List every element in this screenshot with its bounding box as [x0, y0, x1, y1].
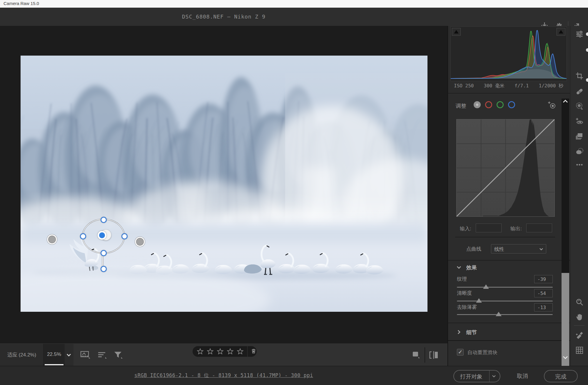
mask-pin-right[interactable]: [135, 237, 145, 247]
channel-blue-button[interactable]: [508, 101, 515, 108]
divider: [455, 237, 555, 237]
texture-label: 纹理: [457, 276, 467, 282]
curve-io-row: 输入: 输出:: [448, 224, 571, 234]
radial-handle-top[interactable]: [101, 217, 107, 223]
scroll-down-icon[interactable]: [562, 355, 568, 360]
crop-icon[interactable]: [575, 72, 584, 80]
star-icon[interactable]: [227, 348, 234, 355]
detail-title: 细节: [466, 329, 477, 336]
effects-section-header[interactable]: 效果: [448, 263, 560, 272]
star-rating[interactable]: [197, 348, 244, 355]
dehaze-label: 去除薄雾: [457, 304, 477, 311]
fit-zoom-label[interactable]: 适应 (24.2%): [0, 344, 44, 366]
output-label: 输出:: [510, 225, 522, 232]
input-label: 输入:: [460, 225, 471, 232]
filmstrip-right-section: [74, 344, 447, 366]
shadow-clipping-indicator[interactable]: [452, 28, 461, 36]
snapshots-icon[interactable]: [575, 147, 584, 156]
mask-pin-active[interactable]: [98, 231, 106, 240]
image-work-area: [0, 26, 447, 344]
histogram[interactable]: [450, 26, 567, 81]
open-object-button[interactable]: 打开对象: [453, 370, 500, 382]
red-eye-icon[interactable]: [575, 117, 584, 126]
star-icon[interactable]: [237, 348, 244, 355]
texture-slider-thumb[interactable]: [483, 284, 489, 289]
divider: [425, 347, 425, 363]
mask-pin-left[interactable]: [47, 234, 57, 244]
done-button[interactable]: 完成: [544, 370, 578, 382]
zoom-level-cell[interactable]: 22.5%: [44, 344, 65, 366]
auto-reset-label: 自动重置滑块: [467, 349, 497, 356]
divider: [448, 323, 571, 323]
divider: [448, 340, 571, 341]
white-balance-eyedropper-icon[interactable]: [575, 331, 584, 339]
dehaze-slider[interactable]: [457, 314, 553, 315]
chevron-down-icon: [456, 265, 462, 270]
divider: [448, 93, 571, 94]
zoom-tool-icon[interactable]: [575, 298, 584, 306]
texture-slider[interactable]: [457, 287, 553, 288]
scrollbar-thumb[interactable]: [562, 273, 569, 380]
radial-rotate-handle[interactable]: [101, 266, 107, 272]
scroll-up-icon[interactable]: [562, 99, 568, 104]
dehaze-value[interactable]: -13: [534, 303, 553, 311]
edit-sliders-icon[interactable]: [575, 30, 584, 38]
zoom-chevron-down-icon[interactable]: [65, 351, 72, 359]
highlight-clipping-indicator[interactable]: [557, 28, 565, 36]
image-canvas[interactable]: [21, 56, 427, 312]
camera-raw-window: Camera Raw 15.0 DSC_6808.NEF — Nikon Z 9: [0, 0, 588, 385]
texture-value[interactable]: -39: [534, 275, 553, 283]
star-icon[interactable]: [217, 348, 224, 355]
curve-output-field[interactable]: [526, 224, 552, 232]
exif-aperture: f/7.1: [514, 83, 529, 91]
detail-section-header[interactable]: 细节: [448, 328, 560, 337]
star-icon[interactable]: [207, 348, 214, 355]
presets-icon[interactable]: [575, 132, 584, 140]
clarity-slider-thumb[interactable]: [476, 298, 482, 303]
star-rating-pill: [193, 346, 257, 357]
hand-tool-icon[interactable]: [575, 313, 584, 321]
cancel-button[interactable]: 取消: [511, 370, 534, 382]
channel-green-button[interactable]: [497, 101, 504, 108]
filter-funnel-icon[interactable]: [113, 350, 123, 360]
auto-reset-checkbox[interactable]: [457, 349, 464, 356]
edit-panel: ISO 250 300 毫米 f/7.1 1/2000 秒 调整: [447, 26, 570, 366]
effects-title: 效果: [466, 264, 477, 271]
curve-input-field[interactable]: [476, 224, 502, 232]
exif-iso: ISO 250: [454, 83, 474, 91]
point-curve-value: 线性: [494, 246, 504, 253]
sort-order-icon[interactable]: [97, 350, 108, 360]
divider: [489, 371, 490, 382]
panel-indicator-dot: [586, 78, 588, 82]
exif-focal-length: 300 毫米: [484, 83, 505, 91]
auto-reset-row: 自动重置滑块: [448, 348, 571, 360]
channel-red-button[interactable]: [485, 101, 492, 108]
targeted-adjustment-icon[interactable]: [547, 101, 556, 109]
star-icon[interactable]: [197, 348, 204, 355]
grid-overlay-icon[interactable]: [575, 346, 584, 354]
radial-handle-left[interactable]: [80, 233, 86, 239]
channel-all-button[interactable]: [474, 101, 481, 108]
exif-shutter: 1/2000 秒: [539, 83, 563, 91]
preview-mode-icon[interactable]: [412, 351, 420, 359]
clarity-slider[interactable]: [457, 301, 553, 301]
workflow-options-link[interactable]: sRGB IEC61966-2.1 - 8 位 - 8139 x 5118 (4…: [0, 372, 447, 379]
point-curve-dropdown[interactable]: 线性: [491, 244, 546, 254]
before-after-view-icon[interactable]: [429, 351, 439, 359]
panel-scrollbar[interactable]: [562, 99, 569, 360]
open-object-label: 打开对象: [454, 373, 489, 381]
healing-brush-icon[interactable]: [575, 87, 584, 96]
clarity-value[interactable]: -54: [534, 289, 553, 297]
panel-indicator-dot: [586, 48, 588, 52]
filmstrip-view-icon[interactable]: [80, 350, 91, 360]
zoom-active-underline: [45, 364, 64, 365]
more-options-icon[interactable]: [575, 161, 584, 169]
dehaze-slider-thumb[interactable]: [496, 312, 502, 316]
radial-handle-right[interactable]: [121, 233, 128, 239]
radial-handle-bottom[interactable]: [101, 250, 107, 256]
tone-curve[interactable]: [456, 119, 555, 217]
masking-icon[interactable]: [575, 102, 584, 110]
chevron-down-icon[interactable]: [492, 374, 496, 379]
os-titlebar: Camera Raw 15.0: [0, 0, 588, 8]
trash-icon[interactable]: [250, 348, 257, 355]
